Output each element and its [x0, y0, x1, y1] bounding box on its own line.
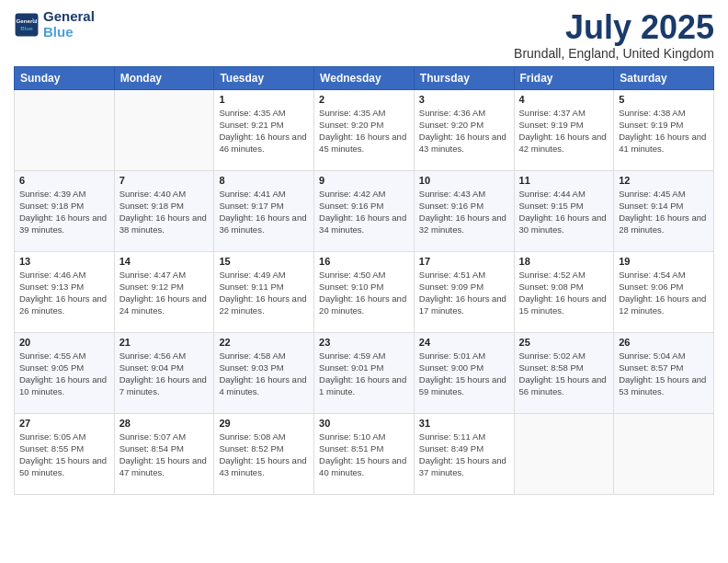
- day-info: Sunrise: 4:44 AM Sunset: 9:15 PM Dayligh…: [519, 188, 609, 236]
- day-number: 15: [219, 256, 309, 267]
- calendar-cell: 2Sunrise: 4:35 AM Sunset: 9:20 PM Daylig…: [314, 89, 415, 170]
- day-number: 21: [119, 337, 210, 348]
- calendar-cell: 26Sunrise: 5:04 AM Sunset: 8:57 PM Dayli…: [614, 332, 714, 413]
- day-info: Sunrise: 4:58 AM Sunset: 9:03 PM Dayligh…: [219, 350, 309, 398]
- calendar-cell: 25Sunrise: 5:02 AM Sunset: 8:58 PM Dayli…: [514, 332, 614, 413]
- day-info: Sunrise: 4:46 AM Sunset: 9:13 PM Dayligh…: [19, 269, 109, 317]
- day-info: Sunrise: 4:49 AM Sunset: 9:11 PM Dayligh…: [219, 269, 309, 317]
- day-info: Sunrise: 4:38 AM Sunset: 9:19 PM Dayligh…: [619, 107, 709, 155]
- weekday-header-thursday: Thursday: [414, 66, 514, 89]
- calendar-cell: 3Sunrise: 4:36 AM Sunset: 9:20 PM Daylig…: [414, 89, 514, 170]
- day-number: 11: [519, 175, 609, 186]
- day-number: 28: [119, 418, 210, 429]
- day-number: 16: [319, 256, 409, 267]
- day-info: Sunrise: 4:51 AM Sunset: 9:09 PM Dayligh…: [419, 269, 509, 317]
- day-number: 30: [319, 418, 409, 429]
- calendar-cell: 20Sunrise: 4:55 AM Sunset: 9:05 PM Dayli…: [15, 332, 115, 413]
- day-info: Sunrise: 4:47 AM Sunset: 9:12 PM Dayligh…: [119, 269, 210, 317]
- calendar-cell: 11Sunrise: 4:44 AM Sunset: 9:15 PM Dayli…: [514, 170, 614, 251]
- weekday-header-saturday: Saturday: [614, 66, 714, 89]
- day-number: 18: [519, 256, 609, 267]
- weekday-header-tuesday: Tuesday: [214, 66, 314, 89]
- day-info: Sunrise: 4:45 AM Sunset: 9:14 PM Dayligh…: [619, 188, 709, 236]
- calendar-cell: 30Sunrise: 5:10 AM Sunset: 8:51 PM Dayli…: [314, 413, 415, 494]
- day-info: Sunrise: 4:50 AM Sunset: 9:10 PM Dayligh…: [319, 269, 409, 317]
- day-number: 13: [19, 256, 109, 267]
- calendar-cell: 17Sunrise: 4:51 AM Sunset: 9:09 PM Dayli…: [414, 251, 514, 332]
- day-number: 10: [419, 175, 509, 186]
- calendar-cell: 10Sunrise: 4:43 AM Sunset: 9:16 PM Dayli…: [414, 170, 514, 251]
- calendar-cell: [614, 413, 714, 494]
- day-number: 3: [419, 94, 509, 105]
- main-title: July 2025: [514, 9, 714, 46]
- weekday-header-monday: Monday: [114, 66, 214, 89]
- calendar-week-row: 13Sunrise: 4:46 AM Sunset: 9:13 PM Dayli…: [15, 251, 714, 332]
- logo-icon: General Blue: [14, 12, 40, 38]
- day-info: Sunrise: 5:01 AM Sunset: 9:00 PM Dayligh…: [419, 350, 509, 398]
- day-info: Sunrise: 4:36 AM Sunset: 9:20 PM Dayligh…: [419, 107, 509, 155]
- day-number: 26: [619, 337, 709, 348]
- weekday-header-friday: Friday: [514, 66, 614, 89]
- calendar-week-row: 6Sunrise: 4:39 AM Sunset: 9:18 PM Daylig…: [15, 170, 714, 251]
- calendar-cell: 18Sunrise: 4:52 AM Sunset: 9:08 PM Dayli…: [514, 251, 614, 332]
- calendar-cell: 16Sunrise: 4:50 AM Sunset: 9:10 PM Dayli…: [314, 251, 415, 332]
- calendar-cell: 15Sunrise: 4:49 AM Sunset: 9:11 PM Dayli…: [214, 251, 314, 332]
- calendar-cell: 7Sunrise: 4:40 AM Sunset: 9:18 PM Daylig…: [114, 170, 214, 251]
- day-info: Sunrise: 5:11 AM Sunset: 8:49 PM Dayligh…: [419, 431, 509, 479]
- logo-text-general: General: [43, 9, 95, 25]
- day-number: 5: [619, 94, 709, 105]
- calendar-cell: [114, 89, 214, 170]
- day-number: 31: [419, 418, 509, 429]
- day-number: 19: [619, 256, 709, 267]
- weekday-header-sunday: Sunday: [15, 66, 115, 89]
- day-info: Sunrise: 4:41 AM Sunset: 9:17 PM Dayligh…: [219, 188, 309, 236]
- day-number: 24: [419, 337, 509, 348]
- day-info: Sunrise: 4:43 AM Sunset: 9:16 PM Dayligh…: [419, 188, 509, 236]
- calendar-cell: 27Sunrise: 5:05 AM Sunset: 8:55 PM Dayli…: [15, 413, 115, 494]
- day-number: 14: [119, 256, 210, 267]
- calendar-cell: 5Sunrise: 4:38 AM Sunset: 9:19 PM Daylig…: [614, 89, 714, 170]
- calendar-cell: 21Sunrise: 4:56 AM Sunset: 9:04 PM Dayli…: [114, 332, 214, 413]
- day-info: Sunrise: 4:59 AM Sunset: 9:01 PM Dayligh…: [319, 350, 409, 398]
- calendar-table: SundayMondayTuesdayWednesdayThursdayFrid…: [14, 66, 714, 495]
- day-number: 23: [319, 337, 409, 348]
- calendar-cell: 4Sunrise: 4:37 AM Sunset: 9:19 PM Daylig…: [514, 89, 614, 170]
- logo: General Blue General Blue: [14, 9, 95, 40]
- day-number: 6: [19, 175, 109, 186]
- svg-text:Blue: Blue: [20, 25, 33, 31]
- day-number: 4: [519, 94, 609, 105]
- day-number: 2: [319, 94, 409, 105]
- logo-text-blue: Blue: [43, 25, 95, 40]
- day-number: 7: [119, 175, 210, 186]
- calendar-cell: 19Sunrise: 4:54 AM Sunset: 9:06 PM Dayli…: [614, 251, 714, 332]
- day-number: 9: [319, 175, 409, 186]
- day-number: 17: [419, 256, 509, 267]
- weekday-header-wednesday: Wednesday: [314, 66, 415, 89]
- day-info: Sunrise: 4:56 AM Sunset: 9:04 PM Dayligh…: [119, 350, 210, 398]
- calendar-cell: 13Sunrise: 4:46 AM Sunset: 9:13 PM Dayli…: [15, 251, 115, 332]
- calendar-header-row: SundayMondayTuesdayWednesdayThursdayFrid…: [15, 66, 714, 89]
- day-number: 29: [219, 418, 309, 429]
- day-info: Sunrise: 4:40 AM Sunset: 9:18 PM Dayligh…: [119, 188, 210, 236]
- day-info: Sunrise: 5:10 AM Sunset: 8:51 PM Dayligh…: [319, 431, 409, 479]
- calendar-cell: 6Sunrise: 4:39 AM Sunset: 9:18 PM Daylig…: [15, 170, 115, 251]
- calendar-cell: [514, 413, 614, 494]
- day-number: 1: [219, 94, 309, 105]
- day-number: 12: [619, 175, 709, 186]
- day-info: Sunrise: 4:39 AM Sunset: 9:18 PM Dayligh…: [19, 188, 109, 236]
- calendar-cell: 8Sunrise: 4:41 AM Sunset: 9:17 PM Daylig…: [214, 170, 314, 251]
- page-header: General Blue General Blue July 2025 Brun…: [14, 9, 714, 61]
- day-info: Sunrise: 4:35 AM Sunset: 9:21 PM Dayligh…: [219, 107, 309, 155]
- day-number: 25: [519, 337, 609, 348]
- day-info: Sunrise: 5:05 AM Sunset: 8:55 PM Dayligh…: [19, 431, 109, 479]
- day-info: Sunrise: 4:52 AM Sunset: 9:08 PM Dayligh…: [519, 269, 609, 317]
- day-info: Sunrise: 5:04 AM Sunset: 8:57 PM Dayligh…: [619, 350, 709, 398]
- day-info: Sunrise: 4:42 AM Sunset: 9:16 PM Dayligh…: [319, 188, 409, 236]
- day-info: Sunrise: 5:02 AM Sunset: 8:58 PM Dayligh…: [519, 350, 609, 398]
- calendar-cell: 24Sunrise: 5:01 AM Sunset: 9:00 PM Dayli…: [414, 332, 514, 413]
- calendar-cell: 28Sunrise: 5:07 AM Sunset: 8:54 PM Dayli…: [114, 413, 214, 494]
- calendar-cell: 23Sunrise: 4:59 AM Sunset: 9:01 PM Dayli…: [314, 332, 415, 413]
- calendar-cell: 9Sunrise: 4:42 AM Sunset: 9:16 PM Daylig…: [314, 170, 415, 251]
- calendar-cell: 29Sunrise: 5:08 AM Sunset: 8:52 PM Dayli…: [214, 413, 314, 494]
- calendar-cell: 1Sunrise: 4:35 AM Sunset: 9:21 PM Daylig…: [214, 89, 314, 170]
